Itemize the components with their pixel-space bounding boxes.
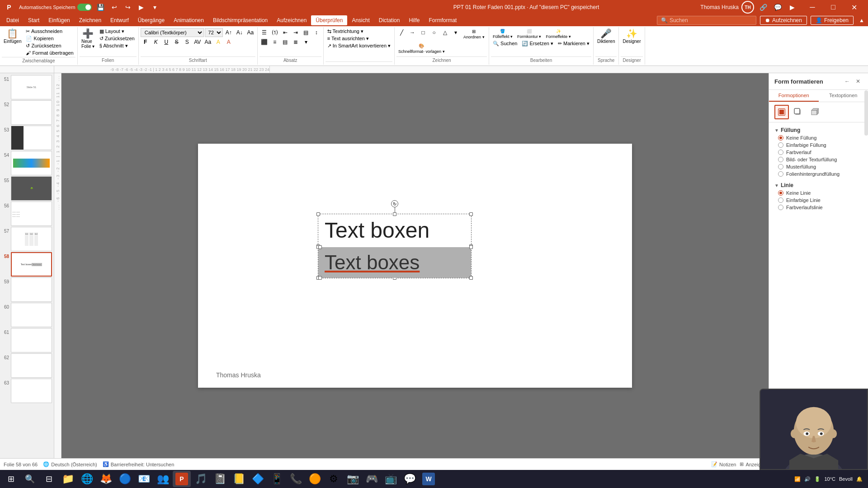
schnellformat-btn[interactable]: 🎨 Schnellformat- vorlagen ▾ xyxy=(396,42,447,55)
zuruecksetzen-btn[interactable]: ↺ Zurücksetzen xyxy=(98,35,137,42)
slide-thumb-56[interactable]: 56 —— ———— ———— —— xyxy=(2,202,52,226)
option-einfarbige-fuellung[interactable]: Einfarbige Füllung xyxy=(774,141,863,149)
columns-btn[interactable]: ▤ xyxy=(301,28,311,37)
notes-btn[interactable]: 📒 xyxy=(230,471,248,487)
slide-thumb-51[interactable]: 51 Slide 51 xyxy=(2,75,52,99)
slide-thumb-63[interactable]: 63 xyxy=(2,379,52,403)
option-bild-textur[interactable]: Bild- oder Texturfüllung xyxy=(774,156,863,163)
inner-handle-bc[interactable] xyxy=(318,276,322,280)
tab-formoptionen[interactable]: Formoptionen xyxy=(769,90,819,102)
option-farbverlauf-linie[interactable]: Farbverlaufslinie xyxy=(774,204,863,211)
option-folien-hintergrund[interactable]: Folienhintergrundfüllung xyxy=(774,170,863,178)
char-spacing-btn[interactable]: AV xyxy=(193,38,203,47)
outlook-btn[interactable]: 📧 xyxy=(135,471,153,487)
teams-btn[interactable]: 👥 xyxy=(154,471,172,487)
notizen-btn[interactable]: 📝 Notizen xyxy=(711,461,736,467)
chrome-btn[interactable]: 🔵 xyxy=(116,471,134,487)
option-einfarbige-linie[interactable]: Einfarbige Linie xyxy=(774,197,863,204)
slide-thumb-52[interactable]: 52 xyxy=(2,100,52,125)
menu-item-praesentation[interactable]: Bildschirmpräsentation xyxy=(208,15,272,25)
accessibility-indicator[interactable]: ♿ Barrierefreiheit: Untersuchen xyxy=(103,461,175,467)
decrease-font-btn[interactable]: A↓ xyxy=(235,28,245,37)
font-color-btn[interactable]: A xyxy=(224,38,234,47)
justify-btn[interactable]: ≣ xyxy=(291,38,301,47)
highlight-btn[interactable]: A xyxy=(213,38,223,47)
increase-indent-btn[interactable]: ⇥ xyxy=(291,28,301,37)
menu-item-datei[interactable]: Datei xyxy=(2,15,24,25)
notification-icon[interactable]: 🔔 xyxy=(856,476,863,482)
firefox-btn[interactable]: 🦊 xyxy=(97,471,115,487)
cut-btn[interactable]: ✂ Ausschneiden xyxy=(24,28,75,35)
video-btn[interactable]: 📺 xyxy=(382,471,400,487)
slide-thumb-53[interactable]: 53 text xyxy=(2,126,52,150)
bullets-btn[interactable]: ☰ xyxy=(259,28,269,37)
font-size-select[interactable]: 72 xyxy=(205,28,223,37)
game-btn[interactable]: 🎮 xyxy=(363,471,381,487)
wifi-icon[interactable]: 📶 xyxy=(794,476,801,482)
menu-item-aufzeichnen[interactable]: Aufzeichnen xyxy=(272,15,311,25)
menu-item-ueberpruefen[interactable]: Überprüfen xyxy=(311,15,347,25)
minimize-btn[interactable]: ─ xyxy=(802,0,823,14)
start-btn[interactable]: ⊞ xyxy=(2,471,20,487)
shadow-btn[interactable]: S xyxy=(182,38,192,47)
reset-btn[interactable]: ↺ Zurücksetzen xyxy=(24,42,75,49)
menu-item-formformat[interactable]: Formformat xyxy=(424,15,461,25)
align-right-btn[interactable]: ▤ xyxy=(280,38,290,47)
shape-arrow-btn[interactable]: → xyxy=(407,28,417,37)
text-ausrichten-btn[interactable]: ≡ Text ausrichten ▾ xyxy=(326,35,392,42)
handle-top-right[interactable] xyxy=(469,212,473,216)
numbering-btn[interactable]: ⑴ xyxy=(270,28,280,37)
underline-btn[interactable]: U xyxy=(161,38,171,47)
undo-btn[interactable]: ↩ xyxy=(108,1,121,14)
designer-btn[interactable]: ✨ Designer xyxy=(621,28,642,45)
textbox-line2[interactable]: Text boxes xyxy=(318,247,471,278)
new-slide-btn[interactable]: ➕ NeueFolie ▾ xyxy=(80,28,97,50)
slide-thumb-61[interactable]: 61 xyxy=(2,328,52,352)
line-spacing-btn[interactable]: ↕ xyxy=(311,28,321,37)
call-btn[interactable]: 📞 xyxy=(287,471,305,487)
app1-btn[interactable]: 🔷 xyxy=(249,471,267,487)
option-keine-fuellung[interactable]: Keine Füllung xyxy=(774,134,863,141)
italic-btn[interactable]: K xyxy=(151,38,161,47)
bold-btn[interactable]: F xyxy=(141,38,151,47)
collapse-ribbon-btn[interactable]: ▲ xyxy=(857,16,866,25)
menu-item-uebergaenge[interactable]: Übergänge xyxy=(133,15,169,25)
present-btn[interactable]: ▶ xyxy=(135,1,148,14)
word-btn[interactable]: W xyxy=(420,471,438,487)
battery-icon[interactable]: 🔋 xyxy=(814,476,821,482)
slide-thumb-57[interactable]: 57 text text text xyxy=(2,227,52,251)
fuellung-btn[interactable]: 🪣 Fülleffekt ▾ xyxy=(491,28,514,40)
shape-line-btn[interactable]: ╱ xyxy=(396,28,406,37)
share-icon[interactable]: 🔗 xyxy=(757,1,769,14)
maximize-btn[interactable]: □ xyxy=(823,0,844,14)
decrease-indent-btn[interactable]: ⇤ xyxy=(280,28,290,37)
slide-thumb-60[interactable]: 60 xyxy=(2,303,52,327)
menu-item-entwurf[interactable]: Entwurf xyxy=(106,15,133,25)
case-btn[interactable]: Aa xyxy=(203,38,213,47)
smartart-btn[interactable]: ↗ In SmartArt konvertieren ▾ xyxy=(326,42,392,49)
rotate-icon[interactable]: ↻ xyxy=(391,200,398,207)
menu-item-ansicht[interactable]: Ansicht xyxy=(347,15,374,25)
formkontur-btn[interactable]: ⬜ Formkontur ▾ xyxy=(515,28,543,40)
textbox-line1[interactable]: Text boxen xyxy=(318,214,471,247)
language-indicator[interactable]: 🌐 Deutsch (Österreich) xyxy=(43,461,97,467)
powerpoint-btn[interactable]: P xyxy=(173,471,191,487)
anordnen-btn[interactable]: ⊞ Anordnen ▾ xyxy=(462,28,486,40)
menu-item-animationen[interactable]: Animationen xyxy=(169,15,208,25)
menu-item-dictation[interactable]: Dictation xyxy=(374,15,405,25)
section-linie-header[interactable]: ▼ Linie xyxy=(774,181,863,189)
handle-top-center[interactable] xyxy=(393,212,396,216)
panel-close-btn[interactable]: ✕ xyxy=(854,77,863,86)
tab-textoptionen[interactable]: Textoptionen xyxy=(819,90,868,102)
slide-thumb-55[interactable]: 55 🌳 xyxy=(2,176,52,201)
slide-thumb-59[interactable]: 59 xyxy=(2,277,52,302)
panel-back-btn[interactable]: ← xyxy=(843,77,852,86)
section-fuellung-header[interactable]: ▼ Füllung xyxy=(774,126,863,134)
textrichtung-btn[interactable]: ⇆ Textrichtung ▾ xyxy=(326,28,392,35)
copy-btn[interactable]: 📄 Kopieren xyxy=(24,35,75,42)
formeffekte-btn[interactable]: ✨ Formeffekte ▾ xyxy=(544,28,572,40)
rotate-handle[interactable]: ↻ xyxy=(391,200,398,214)
save-btn[interactable]: 💾 xyxy=(94,1,107,14)
media-btn[interactable]: 🎵 xyxy=(192,471,210,487)
shape-triangle-btn[interactable]: △ xyxy=(440,28,450,37)
